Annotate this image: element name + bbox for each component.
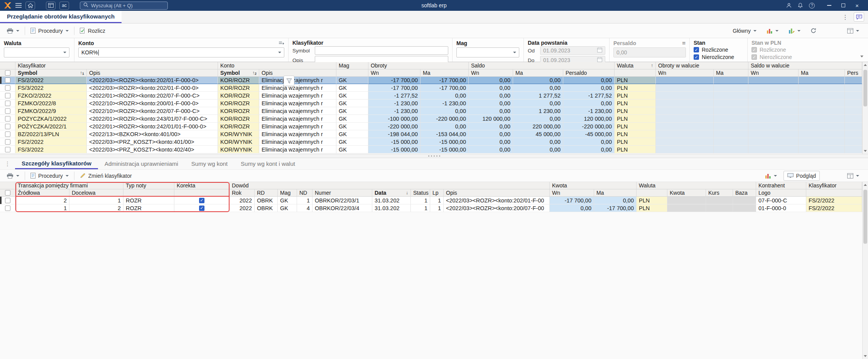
table-row[interactable]: POŻYCZKA/2022/1<2022/01><ROZR><konto:242… — [0, 123, 862, 130]
col-rok[interactable]: Rok — [230, 189, 255, 197]
col-konto-opis[interactable]: Opis — [259, 69, 336, 77]
row-checkbox[interactable] — [5, 124, 10, 129]
col-logo[interactable]: Logo — [756, 189, 806, 197]
table-row[interactable]: FZKO/2/2022<2022/01><ROZR><konto:202/07-… — [0, 92, 862, 99]
pane-splitter[interactable] — [0, 154, 868, 158]
row-gutter[interactable] — [0, 204, 15, 212]
tab-administracja-uprawnieniami[interactable]: Administracja uprawnieniami — [98, 158, 185, 169]
col-korekta[interactable] — [174, 189, 230, 197]
table-row[interactable]: FZMKO/2022/9<2022/10><ROZR><konto:202/07… — [0, 107, 862, 115]
col-sw-pers[interactable]: Pers — [845, 69, 862, 77]
col-mag[interactable] — [336, 69, 368, 77]
group-klasyfikator[interactable]: Klasyfikator — [15, 62, 218, 69]
rozlicz-button[interactable]: Rozlicz — [76, 26, 109, 35]
layout-icon[interactable] — [844, 172, 863, 180]
group-konto[interactable]: Konto — [218, 62, 336, 69]
home-icon[interactable] — [25, 2, 35, 10]
row-gutter[interactable] — [0, 123, 15, 130]
glowny-view-dropdown[interactable]: Główny — [729, 26, 760, 35]
vertical-scrollbar[interactable] — [862, 62, 868, 154]
row-gutter[interactable] — [0, 197, 15, 204]
group-saldo[interactable]: Saldo — [469, 62, 615, 69]
drag-handle-icon[interactable]: ⋮ — [0, 158, 15, 169]
group-typ-noty[interactable]: Typ noty — [123, 182, 174, 189]
chart-icon[interactable] — [763, 27, 782, 35]
col-klasyfikator-symbol[interactable]: Symbol↑1 — [15, 69, 87, 77]
rozliczone-checkbox[interactable] — [694, 47, 699, 52]
col-numer[interactable]: Numer — [312, 189, 372, 197]
collapse-filter-icon[interactable] — [858, 53, 866, 60]
row-gutter[interactable] — [0, 99, 15, 107]
tab-szczegoly-klasyfikatorow[interactable]: Szczegóły klasyfikatorów — [15, 158, 98, 169]
row-checkbox[interactable] — [5, 108, 10, 114]
table-row[interactable]: POZYCZKA/1/2022<2022/01><ROZR><konto:243… — [0, 115, 862, 123]
scroll-up-icon[interactable] — [863, 62, 868, 68]
col-ma[interactable]: Ma — [594, 189, 637, 197]
col-typ-noty[interactable] — [123, 189, 174, 197]
group-transakcja[interactable]: Transakcja pomiędzy firmami — [15, 182, 123, 189]
row-checkbox[interactable] — [5, 206, 10, 211]
tab-sumy-wg-kont[interactable]: Sumy wg kont — [185, 158, 234, 169]
group-saldo-w-walucie[interactable]: Saldo w walucie — [748, 62, 862, 69]
dashboard-panel-icon[interactable] — [46, 2, 56, 10]
row-checkbox[interactable] — [5, 101, 10, 106]
col-kurs[interactable]: Kurs — [706, 189, 733, 197]
row-checkbox[interactable] — [5, 139, 10, 145]
group-obroty-w-walucie[interactable]: Obroty w walucie — [656, 62, 748, 69]
row-checkbox[interactable] — [5, 85, 10, 91]
row-gutter[interactable] — [0, 130, 15, 138]
table-row[interactable]: 21ROZR2022OBRKGK1OBRKOR/22/03/131.03.202… — [0, 197, 862, 204]
zmien-klasyfikator-button[interactable]: Zmień klasyfikator — [76, 171, 135, 180]
col-waluta[interactable] — [637, 189, 667, 197]
col-sw-ma[interactable]: Ma — [799, 69, 845, 77]
col-klasyfikator[interactable] — [806, 189, 862, 197]
col-waluta[interactable] — [615, 69, 656, 77]
minimize-button[interactable] — [827, 5, 831, 6]
col-rd[interactable]: RD — [255, 189, 278, 197]
konto-operator-icon[interactable] — [279, 41, 284, 45]
col-status[interactable]: Status — [411, 189, 430, 197]
help-icon[interactable]: ? — [809, 3, 815, 8]
row-checkbox[interactable] — [5, 78, 10, 83]
podglad-toggle-button[interactable]: Podgląd — [784, 171, 820, 181]
tab-przegladanie-obrotow[interactable]: Przeglądanie obrotów klasyfikowanych — [0, 11, 122, 23]
table-row[interactable]: FS/2/2022<2022/03><ROZR><konto:202/01-F-… — [0, 76, 862, 84]
group-dowod[interactable]: Dowód — [230, 182, 550, 189]
user-icon[interactable] — [786, 3, 792, 8]
scrollbar-thumb[interactable] — [863, 190, 867, 244]
scroll-down-icon[interactable] — [863, 353, 868, 359]
layout-icon[interactable] — [844, 27, 863, 35]
persaldo-equals-icon[interactable]: = — [682, 40, 686, 46]
col-lp[interactable]: Lp — [430, 189, 444, 197]
group-mag[interactable]: Mag — [336, 62, 368, 69]
filter-funnel-icon[interactable] — [284, 76, 294, 86]
col-saldo-ma[interactable]: Ma — [513, 69, 563, 77]
col-baza[interactable]: Baza — [733, 189, 756, 197]
row-gutter[interactable] — [0, 107, 15, 115]
row-gutter[interactable] — [0, 92, 15, 99]
col-konto-symbol[interactable]: Symbol↑2 — [218, 69, 259, 77]
group-obroty[interactable]: Obroty — [368, 62, 469, 69]
group-kontrahent[interactable]: Kontrahent — [756, 182, 806, 189]
col-ow-wn[interactable]: Wn — [656, 69, 714, 77]
col-obroty-wn[interactable]: Wn — [368, 69, 420, 77]
ac-module-icon[interactable]: ac — [59, 2, 69, 10]
procedury-button[interactable]: Procedury — [27, 26, 72, 35]
row-checkbox[interactable] — [5, 147, 10, 152]
col-ow-ma[interactable]: Ma — [714, 69, 748, 77]
col-klasyfikator-opis[interactable]: Opis — [87, 69, 218, 77]
global-search-input[interactable]: Wyszukaj (Alt + Q) — [80, 2, 168, 10]
vertical-scrollbar[interactable] — [862, 182, 868, 359]
col-sw-wn[interactable]: Wn — [748, 69, 799, 77]
row-checkbox[interactable] — [5, 116, 10, 121]
tab-sumy-wg-kont-i-walut[interactable]: Sumy wg kont i walut — [234, 158, 302, 169]
table-row[interactable]: FS/2/2022<2022/03><PRZ_KOSZT><konto:401/… — [0, 138, 862, 146]
table-row[interactable]: 12ROZR2022OBRKGK4OBRKOR/22/03/431.03.202… — [0, 204, 862, 212]
row-checkbox[interactable] — [5, 93, 10, 98]
col-persaldo[interactable]: Persaldo — [563, 69, 615, 77]
procedury-button[interactable]: Procedury — [27, 171, 72, 180]
group-kwota[interactable]: Kwota — [550, 182, 637, 189]
maximize-button[interactable] — [841, 3, 845, 7]
data-od-input[interactable]: 01.09.2023 — [540, 46, 605, 55]
col-mag[interactable]: Mag — [278, 189, 297, 197]
